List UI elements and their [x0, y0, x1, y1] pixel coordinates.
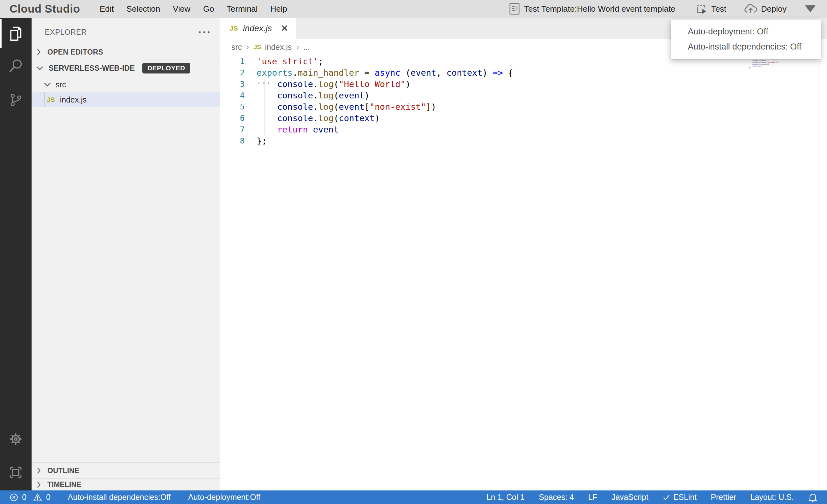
line-numbers: 12345678	[220, 56, 257, 147]
warning-count: 0	[46, 493, 50, 502]
activity-bar	[0, 18, 32, 491]
chevron-right-icon	[35, 467, 42, 474]
template-file-icon	[509, 3, 520, 15]
status-keyboard-layout[interactable]: Layout: U.S.	[750, 493, 794, 502]
section-open-editors[interactable]: OPEN EDITORS	[32, 45, 220, 59]
app-logo: Cloud Studio	[9, 3, 80, 15]
tab-index-js[interactable]: JS index.js ✕	[220, 18, 296, 39]
chevron-down-icon	[44, 81, 51, 88]
divider	[32, 60, 220, 60]
breadcrumb-more[interactable]: ...	[303, 43, 310, 52]
menu-item-auto-deployment[interactable]: Auto-deployment: Off	[671, 24, 821, 39]
tab-label: index.js	[243, 24, 272, 34]
template-label: Test Template:Hello World event template	[524, 4, 676, 14]
open-editors-label: OPEN EDITORS	[47, 48, 103, 56]
test-button[interactable]: Test	[696, 3, 726, 14]
indent-guide	[44, 92, 45, 107]
chevron-right-icon: ›	[296, 42, 299, 52]
error-count: 0	[22, 493, 27, 502]
deploy-button-label: Deploy	[761, 4, 787, 14]
breadcrumb-folder[interactable]: src	[231, 43, 242, 52]
menu-edit[interactable]: Edit	[93, 4, 120, 14]
file-name: index.js	[60, 95, 87, 104]
menu-go[interactable]: Go	[197, 4, 220, 14]
status-bar: 0 0 Auto-install dependencies:Off Auto-d…	[0, 491, 827, 504]
sidebar-title: EXPLORER	[45, 28, 87, 37]
menu-help[interactable]: Help	[264, 4, 293, 14]
timeline-label: TIMELINE	[47, 480, 81, 489]
menu-selection[interactable]: Selection	[120, 4, 167, 14]
status-auto-install[interactable]: Auto-install dependencies:Off	[68, 493, 171, 502]
editor-area: JS index.js ✕ src › JS index.js › ... 12…	[220, 18, 827, 491]
menu-terminal[interactable]: Terminal	[220, 4, 264, 14]
bell-icon[interactable]	[808, 492, 818, 502]
more-actions-icon[interactable]	[198, 30, 210, 34]
status-eol[interactable]: LF	[588, 493, 597, 502]
menu-view[interactable]: View	[167, 4, 197, 14]
warning-icon	[33, 493, 42, 502]
sidebar-item-search[interactable]	[0, 52, 32, 79]
test-button-label: Test	[711, 4, 726, 14]
test-run-icon	[696, 3, 708, 14]
screen-layout-icon	[9, 465, 23, 480]
javascript-file-icon: JS	[230, 24, 238, 32]
outline-label: OUTLINE	[47, 466, 79, 475]
close-icon[interactable]: ✕	[281, 24, 289, 33]
overview-ruler-border	[819, 39, 819, 491]
gear-icon	[8, 432, 23, 447]
files-icon	[8, 26, 24, 42]
chevron-right-icon: ›	[246, 42, 249, 52]
check-icon	[663, 494, 670, 501]
breadcrumb-file[interactable]: index.js	[265, 43, 292, 52]
problems-indicator[interactable]: 0 0	[9, 493, 50, 502]
section-outline[interactable]: OUTLINE	[32, 462, 220, 479]
sidebar-item-explorer[interactable]	[0, 20, 32, 47]
chevron-down-icon	[36, 65, 44, 71]
search-icon	[8, 58, 23, 73]
javascript-file-icon: JS	[47, 96, 55, 104]
section-timeline[interactable]: TIMELINE	[32, 479, 220, 491]
title-bar: Cloud Studio Edit Selection View Go Term…	[0, 0, 827, 18]
error-icon	[9, 493, 18, 502]
settings-button[interactable]	[0, 426, 32, 453]
menu-bar: Edit Selection View Go Terminal Help	[93, 4, 294, 14]
deploy-button[interactable]: Deploy	[744, 3, 787, 14]
project-name: SERVERLESS-WEB-IDE	[49, 64, 135, 72]
chevron-right-icon	[35, 48, 42, 56]
eslint-label: ESLint	[673, 493, 697, 502]
code-lines: 'use strict';exports.main_handler = asyn…	[257, 56, 513, 147]
cloud-upload-icon	[744, 3, 757, 14]
status-auto-deployment[interactable]: Auto-deployment:Off	[188, 493, 260, 502]
source-control-icon	[9, 93, 23, 107]
status-indentation[interactable]: Spaces: 4	[539, 493, 574, 502]
sidebar-item-source-control[interactable]	[0, 86, 32, 113]
folder-name: src	[56, 80, 66, 89]
status-prettier[interactable]: Prettier	[711, 493, 736, 502]
javascript-file-icon: JS	[253, 44, 261, 51]
deploy-options-dropdown: Auto-deployment: Off Auto-install depend…	[671, 19, 821, 59]
chevron-right-icon	[35, 481, 42, 489]
explorer-sidebar: EXPLORER OPEN EDITORS SERVERLESS-WEB-IDE…	[32, 18, 220, 491]
status-language[interactable]: JavaScript	[612, 493, 648, 502]
screen-layout-button[interactable]	[0, 459, 32, 486]
status-cursor-position[interactable]: Ln 1, Col 1	[486, 493, 525, 502]
menu-item-auto-install[interactable]: Auto-install dependencies: Off	[671, 39, 821, 54]
tree-item-index-js[interactable]: JS index.js	[32, 92, 220, 107]
deployed-badge: DEPLOYED	[142, 63, 190, 73]
tree-item-project[interactable]: SERVERLESS-WEB-IDE DEPLOYED	[32, 60, 220, 76]
tree-item-src-folder[interactable]: src	[32, 77, 220, 93]
chevron-down-icon[interactable]	[805, 5, 816, 12]
test-template-selector[interactable]: Test Template:Hello World event template	[509, 3, 676, 15]
indent-guide	[264, 78, 265, 135]
status-eslint[interactable]: ESLint	[663, 493, 697, 502]
